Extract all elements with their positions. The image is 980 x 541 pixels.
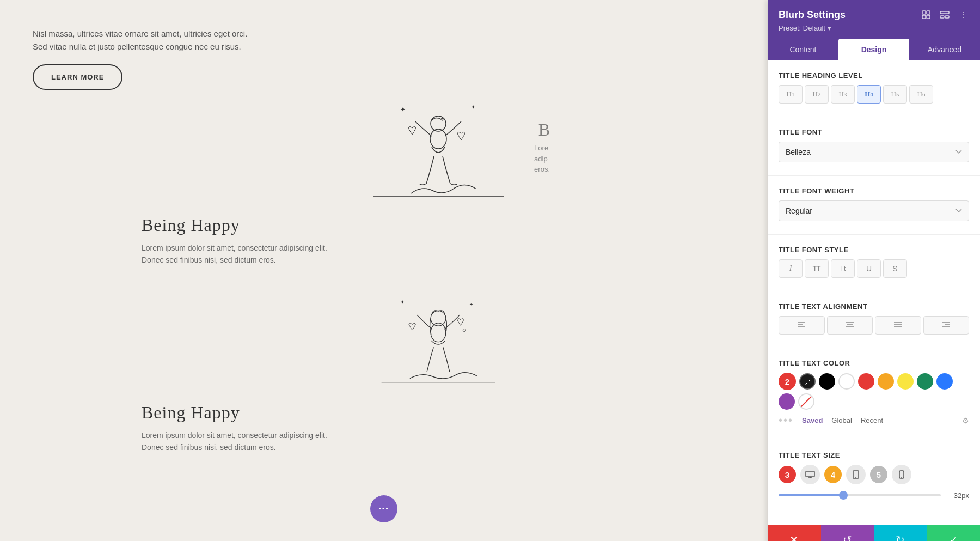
save-button[interactable]: ✓: [927, 525, 981, 541]
panel-title-row: Blurb Settings: [779, 9, 969, 21]
font-style-buttons: I TT Tt U S: [779, 259, 969, 278]
color-swatch-blue[interactable]: [936, 373, 953, 390]
title-text-alignment-label: Title Text Alignment: [779, 302, 969, 311]
divider-6: [768, 440, 980, 440]
preset-selector[interactable]: Preset: Default ▾: [779, 24, 969, 39]
panel-footer: ✕ ↺ ↻ ✓: [768, 525, 980, 541]
heading-btn-h1[interactable]: H1: [779, 85, 803, 104]
slider-thumb[interactable]: [839, 491, 848, 500]
heading-btn-h6[interactable]: H6: [909, 85, 933, 104]
color-swatch-green[interactable]: [917, 373, 933, 390]
title-text-size-section: Title Text Size 3 4: [779, 451, 969, 501]
strikethrough-btn[interactable]: S: [883, 259, 907, 278]
layout-icon[interactable]: [939, 9, 951, 21]
color-swatch-pencil[interactable]: [799, 373, 816, 390]
size-value: 32px: [947, 491, 969, 500]
svg-point-7: [431, 311, 446, 326]
size-slider[interactable]: [779, 490, 941, 501]
title-text-color-section: Title Text Color 2: [779, 359, 969, 427]
panel-tabs: Content Design Advanced: [768, 39, 980, 60]
svg-text:✦: ✦: [469, 302, 474, 307]
align-left-btn[interactable]: [779, 316, 825, 335]
italic-btn[interactable]: I: [779, 259, 803, 278]
alignment-buttons: [779, 316, 969, 335]
illustration-2-area: ✦ ✦: [142, 283, 735, 392]
svg-rect-15: [940, 11, 949, 14]
color-tabs-row: ••• Saved Global Recent ⚙: [779, 414, 969, 427]
uppercase-btn[interactable]: TT: [805, 259, 829, 278]
align-right-btn[interactable]: [923, 316, 970, 335]
color-tab-recent[interactable]: Recent: [861, 416, 883, 424]
capitalize-btn[interactable]: Tt: [831, 259, 855, 278]
svg-rect-16: [940, 16, 944, 18]
color-tab-saved[interactable]: Saved: [802, 416, 823, 424]
title-text-alignment-section: Title Text Alignment: [779, 302, 969, 335]
color-swatch-white[interactable]: [838, 373, 855, 390]
panel-header: Blurb Settings: [768, 0, 980, 39]
tab-design[interactable]: Design: [838, 39, 909, 60]
title-font-weight-select[interactable]: Regular Thin Light Medium Bold Extra Bol…: [779, 200, 969, 221]
heading-level-buttons: H1 H2 H3 H4 H5 H6: [779, 85, 969, 104]
step-badge-5: 5: [870, 466, 887, 483]
cancel-icon: ✕: [789, 533, 799, 541]
title-font-weight-label: Title Font Weight: [779, 187, 969, 195]
color-swatch-yellow[interactable]: [897, 373, 914, 390]
device-phone-btn[interactable]: [892, 465, 911, 484]
divider-3: [768, 234, 980, 235]
section-title-2: Being Happy: [142, 403, 735, 423]
panel-header-icons: ⋮: [920, 9, 969, 21]
title-font-select[interactable]: Belleza Default Georgia Arial Roboto Ope…: [779, 142, 969, 162]
svg-rect-12: [927, 11, 930, 14]
heading-btn-h5[interactable]: H5: [883, 85, 907, 104]
section-text-1: Lorem ipsum dolor sit amet, consectetur …: [142, 242, 348, 266]
divider-4: [768, 291, 980, 291]
color-swatch-orange[interactable]: [878, 373, 894, 390]
divider-5: [768, 348, 980, 348]
device-desktop-btn[interactable]: [800, 465, 820, 484]
redo-icon: ↻: [896, 533, 905, 541]
step-badge-4: 4: [824, 466, 842, 483]
title-text-size-label: Title Text Size: [779, 451, 969, 459]
save-icon: ✓: [949, 533, 958, 541]
floating-menu-dots: •••: [378, 504, 389, 513]
redo-button[interactable]: ↻: [874, 525, 927, 541]
illustration-2: ✦ ✦: [351, 283, 525, 392]
partial-blurb-letter: B: [538, 120, 550, 140]
svg-point-1: [430, 129, 446, 149]
heading-btn-h4[interactable]: H4: [857, 85, 881, 104]
title-font-section: Title Font Belleza Default Georgia Arial…: [779, 128, 969, 162]
divider-2: [768, 175, 980, 176]
illustration-1: ✦ ✦: [351, 95, 525, 204]
svg-text:✦: ✦: [400, 299, 405, 305]
color-swatch-purple[interactable]: [779, 393, 795, 410]
title-font-label: Title Font: [779, 128, 969, 136]
align-center-btn[interactable]: [827, 316, 873, 335]
tab-content[interactable]: Content: [768, 39, 838, 60]
color-tab-global[interactable]: Global: [831, 416, 852, 424]
section-title-1: Being Happy: [142, 215, 735, 235]
color-swatch-none[interactable]: [798, 393, 814, 410]
floating-menu-button[interactable]: •••: [370, 495, 397, 522]
heading-btn-h3[interactable]: H3: [831, 85, 855, 104]
align-justify-btn[interactable]: [875, 316, 921, 335]
title-font-style-label: Title Font Style: [779, 246, 969, 254]
slider-track: [779, 494, 941, 496]
learn-more-button[interactable]: LEARN MORE: [33, 64, 122, 90]
step-badge-2: 2: [779, 373, 796, 390]
color-more-dots[interactable]: •••: [779, 414, 793, 427]
device-tablet-btn[interactable]: [846, 465, 866, 484]
intro-text-block: Nisl massa, ultrices vitae ornare sit am…: [33, 27, 250, 90]
undo-button[interactable]: ↺: [821, 525, 874, 541]
tab-advanced[interactable]: Advanced: [909, 39, 980, 60]
cancel-button[interactable]: ✕: [768, 525, 821, 541]
color-settings-gear-icon[interactable]: ⚙: [962, 416, 969, 425]
more-options-icon[interactable]: ⋮: [957, 9, 969, 21]
heading-btn-h2[interactable]: H2: [805, 85, 829, 104]
color-swatch-black[interactable]: [819, 373, 835, 390]
svg-text:✦: ✦: [471, 104, 475, 110]
svg-text:✦: ✦: [400, 106, 406, 113]
underline-btn[interactable]: U: [857, 259, 881, 278]
svg-rect-13: [922, 15, 926, 19]
color-swatch-red[interactable]: [858, 373, 874, 390]
focus-icon[interactable]: [920, 9, 932, 21]
